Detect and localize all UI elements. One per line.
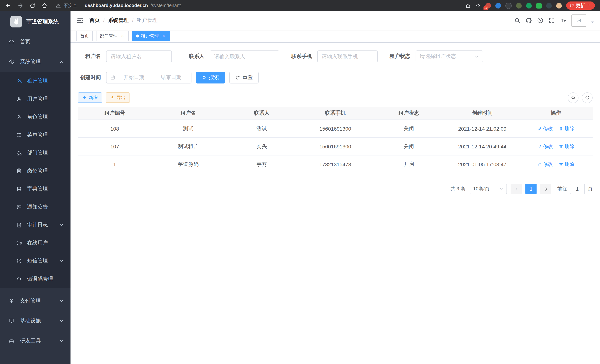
close-icon[interactable]: × [161, 33, 166, 38]
extension-icon-5[interactable] [526, 3, 532, 8]
mobile-input[interactable] [317, 50, 378, 62]
date-start-input[interactable]: 开始日期 [118, 74, 150, 81]
create-time-label: 创建时间 [78, 74, 101, 81]
user-avatar[interactable] [572, 14, 586, 27]
tags-view: 首页 部门管理 × 租户管理 × [71, 30, 600, 43]
edit-button[interactable]: 修改 [537, 161, 553, 168]
sidebar-item-payment-management[interactable]: 支付管理 [0, 291, 71, 311]
top-navbar: 首页 / 系统管理 / 租户管理 [71, 11, 600, 30]
sidebar-item-user-management[interactable]: 用户管理 [0, 90, 71, 108]
chevron-down-icon [59, 259, 64, 263]
date-end-input[interactable]: 结束日期 [155, 74, 188, 81]
close-icon[interactable]: × [120, 33, 125, 38]
bookmark-star-icon[interactable] [475, 3, 481, 8]
cell-tenant-name: 测试租户 [151, 138, 225, 155]
contact-input[interactable] [210, 50, 279, 62]
next-page-button[interactable] [540, 184, 551, 194]
right-toolbar [568, 92, 593, 103]
back-icon[interactable] [5, 3, 11, 9]
edit-label: 修改 [543, 143, 553, 150]
role-icon [16, 114, 22, 120]
export-button[interactable]: 导出 [106, 92, 130, 103]
table-row: 107 测试租户 秃头 15601691300 关闭 2021-12-14 20… [78, 138, 593, 155]
prev-page-button[interactable] [511, 184, 522, 194]
sidebar-item-label: 通知公告 [27, 204, 48, 210]
page-size-select[interactable]: 10条/页 [470, 184, 507, 194]
fullscreen-icon[interactable] [548, 17, 555, 24]
col-status: 租户状态 [372, 107, 445, 120]
sidebar-toggle[interactable] [76, 17, 84, 24]
extension-icon-6[interactable] [536, 3, 542, 8]
extension-icon-1[interactable]: 10 [485, 3, 491, 8]
sidebar-item-role-management[interactable]: 角色管理 [0, 108, 71, 126]
sidebar-item-system-management[interactable]: 系统管理 [0, 52, 71, 72]
sidebar-item-error-code-management[interactable]: 错误码管理 [0, 270, 71, 288]
tag-dept-management[interactable]: 部门管理 × [96, 31, 129, 41]
sidebar-item-audit-log[interactable]: 审计日志 [0, 216, 71, 234]
sidebar-item-dept-management[interactable]: 部门管理 [0, 144, 71, 162]
cell-tenant-name: 测试 [151, 120, 225, 138]
add-button[interactable]: 新增 [78, 92, 102, 103]
tag-label: 首页 [80, 33, 89, 39]
status-select[interactable]: 请选择租户状态 [416, 50, 483, 62]
edit-button[interactable]: 修改 [537, 143, 553, 150]
delete-button[interactable]: 删除 [559, 125, 574, 132]
contact-label: 联系人 [181, 53, 205, 60]
current-page-button[interactable]: 1 [525, 184, 536, 194]
goto-page-input[interactable] [570, 184, 585, 194]
sidebar-item-sms-management[interactable]: 短信管理 [0, 252, 71, 270]
extension-icon-3[interactable] [505, 2, 512, 9]
github-icon[interactable] [525, 17, 532, 24]
edit-label: 修改 [543, 161, 553, 168]
sidebar-item-label: 在线用户 [27, 240, 48, 246]
col-tenant-id: 租户编号 [78, 107, 151, 120]
cell-tenant-id: 1 [78, 155, 151, 173]
sidebar-item-post-management[interactable]: 岗位管理 [0, 162, 71, 180]
address-bar[interactable]: 不安全 dashboard.yudao.iocoder.cn/system/te… [56, 2, 181, 9]
home-icon[interactable] [42, 3, 47, 9]
delete-button[interactable]: 删除 [559, 143, 574, 150]
reset-button[interactable]: 重置 [229, 72, 259, 84]
sidebar-item-notice[interactable]: 通知公告 [0, 198, 71, 216]
help-icon[interactable] [537, 17, 544, 24]
sidebar-item-dev-tools[interactable]: 研发工具 [0, 331, 71, 351]
tenant-name-input[interactable] [106, 50, 172, 62]
edit-button[interactable]: 修改 [537, 125, 553, 132]
breadcrumb-home[interactable]: 首页 [89, 17, 100, 24]
forward-icon[interactable] [18, 3, 23, 9]
badge-icon [16, 168, 22, 174]
browser-nav-buttons [4, 3, 47, 9]
filter-row-2: 创建时间 开始日期 - 结束日期 搜索 重置 [78, 72, 593, 84]
sidebar-item-tenant-management[interactable]: 租户管理 [0, 72, 71, 90]
reload-icon[interactable] [30, 3, 35, 8]
sidebar-item-menu-management[interactable]: 菜单管理 [0, 126, 71, 144]
delete-label: 删除 [565, 125, 574, 132]
avatar-caret-down-icon[interactable] [591, 21, 594, 23]
delete-button[interactable]: 删除 [559, 161, 574, 168]
sidebar-item-label: 系统管理 [20, 59, 41, 65]
tag-tenant-management[interactable]: 租户管理 × [132, 31, 170, 41]
date-range-picker[interactable]: 开始日期 - 结束日期 [106, 72, 191, 84]
cell-mobile: 15601691300 [299, 120, 372, 138]
app-logo[interactable]: 芋道管理系统 [0, 11, 71, 32]
share-icon[interactable] [465, 3, 471, 8]
sidebar-item-online-users[interactable]: 在线用户 [0, 234, 71, 252]
search-icon[interactable] [514, 17, 521, 24]
cell-contact: 秃头 [225, 138, 299, 155]
signal-icon [16, 240, 22, 246]
profile-avatar[interactable] [556, 3, 562, 8]
sidebar-item-infrastructure[interactable]: 基础设施 [0, 311, 71, 331]
sidebar-item-dict-management[interactable]: 字典管理 [0, 180, 71, 198]
search-button[interactable]: 搜索 [196, 72, 225, 84]
font-size-icon[interactable] [560, 17, 567, 24]
sidebar-item-home[interactable]: 首页 [0, 32, 71, 52]
tag-home[interactable]: 首页 [76, 31, 93, 41]
puzzle-extension-icon[interactable] [546, 3, 552, 8]
chevron-down-icon [59, 339, 64, 343]
code-icon [16, 276, 22, 282]
extension-icon-4[interactable] [516, 3, 522, 8]
refresh-table-button[interactable] [582, 92, 593, 103]
toggle-search-button[interactable] [568, 92, 579, 103]
extension-icon-2[interactable] [495, 3, 501, 8]
browser-update-button[interactable]: 更新 [566, 1, 595, 10]
